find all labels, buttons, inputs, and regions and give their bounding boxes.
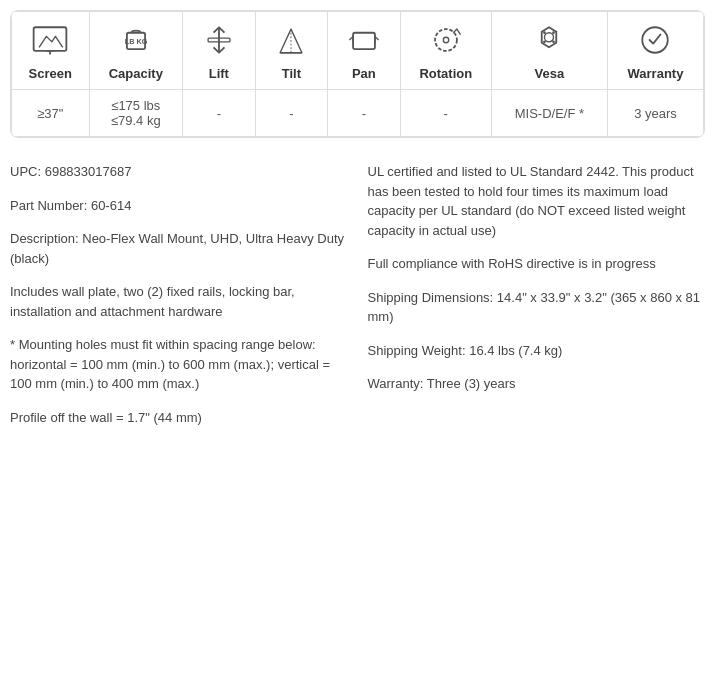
svg-point-14 [545, 33, 554, 42]
table-cell-pan: - [328, 90, 401, 137]
col-screen-label: Screen [29, 66, 72, 81]
details-left: UPC: 698833017687Part Number: 60-614Desc… [10, 162, 348, 441]
vesa-icon [496, 20, 603, 60]
detail-item: Full compliance with RoHS directive is i… [368, 254, 706, 274]
svg-point-18 [553, 40, 556, 43]
svg-rect-10 [353, 33, 375, 49]
col-tilt: Tilt [255, 12, 328, 90]
tilt-icon [260, 20, 324, 60]
col-tilt-label: Tilt [282, 66, 301, 81]
col-pan-label: Pan [352, 66, 376, 81]
specs-table-wrapper: Screen LB KG Capacity [10, 10, 705, 138]
detail-item: Description: Neo-Flex Wall Mount, UHD, U… [10, 229, 348, 268]
col-pan: Pan [328, 12, 401, 90]
detail-item: * Mounting holes must fit within spacing… [10, 335, 348, 394]
table-cell-capacity: ≤175 lbs ≤79.4 kg [89, 90, 183, 137]
col-vesa-label: Vesa [535, 66, 565, 81]
svg-text:LB KG: LB KG [124, 37, 147, 46]
capacity-icon: LB KG [94, 20, 179, 60]
lift-icon [187, 20, 251, 60]
pan-icon [332, 20, 396, 60]
detail-item: Warranty: Three (3) years [368, 374, 706, 394]
svg-point-16 [553, 31, 556, 34]
col-capacity: LB KG Capacity [89, 12, 183, 90]
col-vesa: Vesa [491, 12, 607, 90]
details-right: UL certified and listed to UL Standard 2… [368, 162, 706, 441]
detail-item: Profile off the wall = 1.7" (44 mm) [10, 408, 348, 428]
detail-item: Includes wall plate, two (2) fixed rails… [10, 282, 348, 321]
col-screen: Screen [12, 12, 90, 90]
table-cell-tilt: - [255, 90, 328, 137]
detail-item: Shipping Weight: 16.4 lbs (7.4 kg) [368, 341, 706, 361]
detail-item: UL certified and listed to UL Standard 2… [368, 162, 706, 240]
table-cell-rotation: - [400, 90, 491, 137]
svg-point-17 [544, 40, 547, 43]
detail-item: Shipping Dimensions: 14.4" x 33.9" x 3.2… [368, 288, 706, 327]
rotation-icon [405, 20, 487, 60]
col-lift-label: Lift [209, 66, 229, 81]
col-warranty: Warranty [607, 12, 703, 90]
col-lift: Lift [183, 12, 256, 90]
table-row: ≥37"≤175 lbs ≤79.4 kg----MIS-D/E/F *3 ye… [12, 90, 704, 137]
details-section: UPC: 698833017687Part Number: 60-614Desc… [10, 158, 705, 445]
table-cell-lift: - [183, 90, 256, 137]
svg-point-12 [443, 37, 448, 42]
table-cell-warranty: 3 years [607, 90, 703, 137]
screen-icon [16, 20, 85, 60]
col-warranty-label: Warranty [628, 66, 684, 81]
detail-item: UPC: 698833017687 [10, 162, 348, 182]
col-capacity-label: Capacity [109, 66, 163, 81]
col-rotation: Rotation [400, 12, 491, 90]
detail-item: Part Number: 60-614 [10, 196, 348, 216]
table-cell-vesa: MIS-D/E/F * [491, 90, 607, 137]
col-rotation-label: Rotation [419, 66, 472, 81]
table-cell-screen: ≥37" [12, 90, 90, 137]
specs-table: Screen LB KG Capacity [11, 11, 704, 137]
warranty-icon [612, 20, 699, 60]
svg-point-15 [544, 31, 547, 34]
